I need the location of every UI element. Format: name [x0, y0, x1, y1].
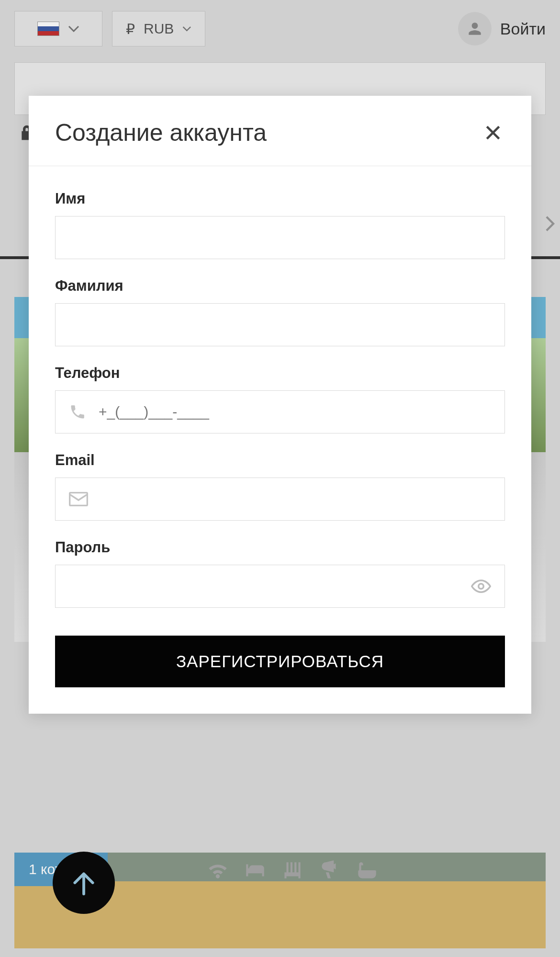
phone-input[interactable] [99, 391, 493, 433]
eye-icon [471, 579, 491, 593]
modal-body: Имя Фамилия Телефон Email [29, 166, 531, 714]
password-field: Пароль [55, 539, 505, 608]
phone-label: Телефон [55, 365, 505, 382]
surname-label: Фамилия [55, 277, 505, 295]
password-label: Пароль [55, 539, 505, 556]
password-input[interactable] [67, 565, 461, 607]
toggle-password-visibility[interactable] [471, 579, 491, 593]
surname-input[interactable] [67, 304, 493, 346]
surname-field: Фамилия [55, 277, 505, 346]
phone-icon [69, 403, 86, 421]
phone-input-wrapper [55, 390, 505, 433]
signup-modal: Создание аккаунта Имя Фамилия Телефон [29, 96, 531, 714]
name-field: Имя [55, 190, 505, 259]
svg-point-0 [479, 584, 484, 589]
email-field: Email [55, 452, 505, 521]
email-input-wrapper [55, 478, 505, 521]
modal-title: Создание аккаунта [55, 119, 267, 147]
envelope-icon [69, 491, 88, 507]
password-input-wrapper [55, 565, 505, 608]
close-icon [484, 124, 502, 142]
email-label: Email [55, 452, 505, 469]
name-label: Имя [55, 190, 505, 207]
modal-header: Создание аккаунта [29, 96, 531, 166]
phone-field: Телефон [55, 365, 505, 433]
email-input[interactable] [99, 478, 493, 520]
name-input[interactable] [67, 216, 493, 259]
surname-input-wrapper [55, 303, 505, 346]
close-button[interactable] [481, 121, 505, 145]
submit-button[interactable]: ЗАРЕГИСТРИРОВАТЬСЯ [55, 636, 505, 687]
name-input-wrapper [55, 216, 505, 259]
